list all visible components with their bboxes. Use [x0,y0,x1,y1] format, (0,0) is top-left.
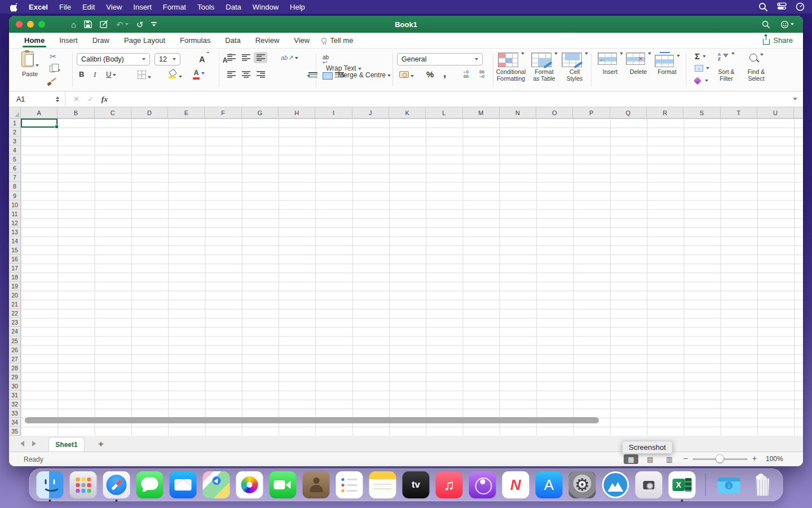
column-header-T[interactable]: T [721,107,757,119]
row-header-11[interactable]: 11 [9,209,21,218]
active-app-name[interactable]: Excel [29,3,48,11]
align-right-button[interactable] [254,69,267,80]
zoom-out-icon[interactable] [683,454,688,463]
tab-page-layout[interactable]: Page Layout [117,33,173,48]
row-header-21[interactable]: 21 [9,300,21,309]
tab-home[interactable]: Home [17,33,52,48]
row-header-33[interactable]: 33 [9,409,21,418]
paste-button[interactable]: Paste [17,51,43,77]
format-cells-button[interactable]: Format [653,51,681,76]
dock-appstore-icon[interactable] [536,471,563,498]
column-header-M[interactable]: M [463,107,500,119]
insert-function-button[interactable]: fx [102,95,108,104]
column-header-E[interactable]: E [168,107,205,119]
menu-format[interactable]: Format [157,3,192,11]
titlebar-search-icon[interactable] [762,20,770,29]
page-break-view-button[interactable] [662,454,677,464]
menubar-search-icon[interactable] [758,2,768,12]
row-header-2[interactable]: 2 [9,128,21,137]
dock-facetime-icon[interactable] [270,471,297,498]
column-header-D[interactable]: D [131,107,168,119]
column-header-F[interactable]: F [205,107,241,119]
column-header-S[interactable]: S [683,107,720,119]
row-header-24[interactable]: 24 [9,327,21,336]
cell-styles-button[interactable]: CellStyles [561,51,589,82]
column-header-R[interactable]: R [647,107,683,119]
edit-icon[interactable] [100,20,108,28]
menu-tools[interactable]: Tools [192,3,220,11]
dock-finder-icon[interactable] [37,471,64,498]
tab-data[interactable]: Data [218,33,248,48]
menu-data[interactable]: Data [220,3,246,11]
row-header-4[interactable]: 4 [9,146,21,155]
minimize-window-button[interactable] [27,21,34,28]
row-header-15[interactable]: 15 [9,246,21,255]
clock-icon[interactable] [796,2,805,12]
selected-cell-A1[interactable] [21,119,58,128]
column-header-Q[interactable]: Q [610,107,647,119]
row-header-34[interactable]: 34 [9,418,21,427]
row-header-16[interactable]: 16 [9,255,21,264]
normal-view-button[interactable] [624,454,638,464]
dock-mountains-icon[interactable] [602,471,629,498]
row-header-1[interactable]: 1 [9,119,21,128]
dock-maps-icon[interactable] [203,471,230,498]
decrease-decimal-icon[interactable]: 00 →0 [479,70,484,79]
insert-cells-button[interactable]: Insert [597,51,624,76]
column-header-N[interactable]: N [500,107,536,119]
row-header-22[interactable]: 22 [9,309,21,318]
home-icon[interactable]: ⌂ [71,20,76,29]
increase-font-size-icon[interactable] [199,55,205,64]
dock-excel-icon[interactable] [669,471,696,498]
fill-color-button[interactable] [168,70,182,80]
format-as-table-button[interactable]: Formatas Table [529,51,559,82]
row-header-14[interactable]: 14 [9,237,21,246]
next-sheet-icon[interactable] [32,441,36,446]
menu-help[interactable]: Help [284,3,311,11]
fill-button[interactable] [695,65,709,72]
row-header-32[interactable]: 32 [9,400,21,409]
row-header-12[interactable]: 12 [9,218,21,227]
column-header-U[interactable]: U [757,107,794,119]
tab-draw[interactable]: Draw [85,33,117,48]
dock-podcasts-icon[interactable] [469,471,496,498]
redo-icon[interactable]: ↺ [136,20,144,29]
previous-sheet-icon[interactable] [20,441,24,446]
dock-safari-icon[interactable] [103,471,130,498]
align-top-button[interactable] [224,52,238,63]
menu-view[interactable]: View [100,3,127,11]
row-header-28[interactable]: 28 [9,364,21,373]
title-bar[interactable]: ⌂ ↶ ↺ Book1 [9,16,803,33]
column-header-P[interactable]: P [573,107,610,119]
zoom-slider-thumb[interactable] [716,454,724,463]
share-button[interactable]: Share [763,36,793,45]
dock-screenshot-icon[interactable] [636,471,663,498]
column-header-G[interactable]: G [242,107,279,119]
align-left-button[interactable] [224,69,238,80]
menu-edit[interactable]: Edit [77,3,100,11]
feedback-smiley-icon[interactable] [780,20,794,29]
dock-launchpad-icon[interactable] [70,471,97,498]
comma-style-button[interactable]: , [443,71,446,76]
dock-messages-icon[interactable] [136,471,164,498]
number-format-select[interactable]: General [397,53,483,65]
dock-mail-icon[interactable] [170,471,197,498]
customize-toolbar-icon[interactable] [151,22,157,27]
autosum-button[interactable]: Σ [695,51,706,61]
column-header-B[interactable]: B [58,107,94,119]
font-family-select[interactable]: Calibri (Body) [77,53,150,65]
column-header-H[interactable]: H [279,107,315,119]
row-header-29[interactable]: 29 [9,373,21,382]
zoom-window-button[interactable] [38,21,45,28]
row-header-5[interactable]: 5 [9,155,21,164]
conditional-formatting-button[interactable]: ConditionalFormatting [494,51,528,82]
tab-insert[interactable]: Insert [52,33,85,48]
increase-decimal-icon[interactable]: ←0 00 [464,70,469,79]
column-header-A[interactable]: A [21,107,58,119]
align-center-button[interactable] [239,69,253,80]
row-header-23[interactable]: 23 [9,318,21,327]
column-header-C[interactable]: C [95,107,131,119]
column-header-J[interactable]: J [352,107,389,119]
dock-reminders-icon[interactable] [336,471,363,498]
row-header-18[interactable]: 18 [9,273,21,282]
